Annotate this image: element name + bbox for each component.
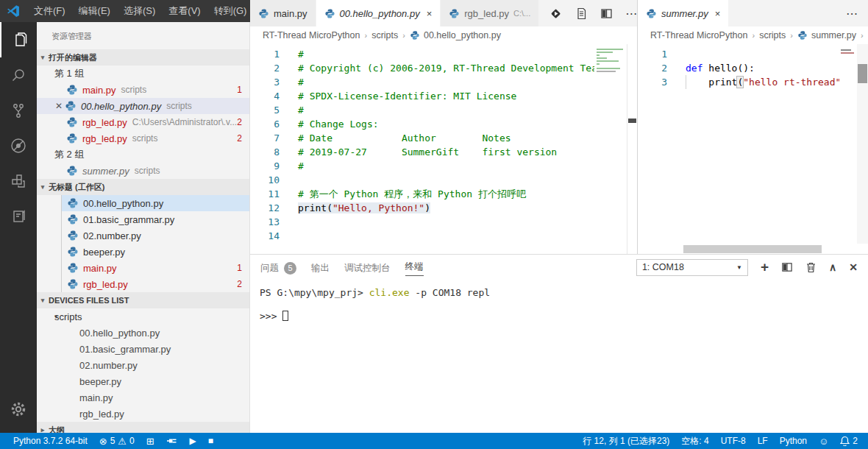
device-file[interactable]: beeper.py [37,373,249,389]
eol-status[interactable]: LF [752,436,774,446]
build-report-icon[interactable] [575,7,588,20]
vscode-logo-icon [7,4,20,18]
tab-hello-python-py[interactable]: 00.hello_python.py × [316,0,441,26]
run-download-icon[interactable] [549,7,563,21]
open-editor-item-rgb1[interactable]: rgb_led.py C:\Users\Administrator\.v... … [37,114,249,130]
python-file-icon [66,116,78,128]
editor-content-right[interactable]: 1 2def hello(): 3 print("hello rt-thread… [638,44,868,254]
devices-folder-scripts[interactable]: ▾ scripts [37,308,249,325]
breadcrumb-item[interactable]: scripts [759,30,786,40]
cursor-position-status[interactable]: 行 12, 列 1 (已选择23) [569,435,675,448]
open-editor-item-main[interactable]: main.py scripts 1 [37,82,249,98]
outline-section-header[interactable]: ▸ 大纲 [37,422,249,433]
breadcrumb-item[interactable]: RT-Thread MicroPython [650,30,747,40]
breadcrumb-item[interactable]: scripts [371,30,398,40]
workspace-file[interactable]: 00.hello_python.py [62,195,249,211]
editor-group-label: 第 2 组 [37,146,249,163]
tab-main-py[interactable]: main.py [250,0,316,26]
vertical-scrollbar[interactable] [857,44,868,244]
workspace-file[interactable]: 02.number.py [62,227,249,244]
indentation-status[interactable]: 空格: 4 [675,435,714,448]
tab-output[interactable]: 输出 [311,261,330,275]
scrollbar-thumb[interactable] [858,64,867,83]
rt-thread-files-icon[interactable] [0,199,37,234]
feedback-button[interactable]: ☺ [813,436,834,447]
workspace-file[interactable]: 01.basic_grammar.py [62,211,249,227]
python-interpreter-status[interactable]: Python 3.7.2 64-bit [0,436,93,446]
encoding-status[interactable]: UTF-8 [715,436,752,446]
file-name: 01.basic_grammar.py [83,214,174,225]
maximize-panel-icon[interactable]: ∧ [829,261,836,273]
board-download-button[interactable]: ⊞ [140,436,160,447]
breadcrumb-item[interactable]: RT-Thread MicroPython [263,30,360,40]
tab-summer-py[interactable]: summer.py × [638,0,729,26]
search-icon[interactable] [0,57,37,93]
more-actions-icon[interactable]: ⋯ [846,7,858,21]
error-badge: 1 [237,85,242,95]
workspace-file[interactable]: main.py 1 [62,260,249,276]
workspace-file[interactable]: beeper.py [62,244,249,260]
error-badge: 2 [237,117,242,127]
language-mode-status[interactable]: Python [774,436,813,446]
menu-view[interactable]: 查看(V) [162,0,207,22]
terminal-select[interactable]: 1: COM18 ▼ [636,259,748,276]
device-file[interactable]: rgb_led.py [37,406,249,422]
editor-group-right: summer.py × ⋯ RT-Thread MicroPython › sc… [637,0,868,254]
problems-status[interactable]: ⊗5 ⚠0 [93,436,140,447]
more-actions-icon[interactable]: ⋯ [625,7,638,21]
horizontal-scrollbar[interactable] [638,244,857,254]
run-button[interactable]: ▶ [184,436,202,446]
breadcrumb-item[interactable]: 00.hello_python.py [424,30,501,40]
indent-guide [686,75,686,89]
device-file[interactable]: 02.number.py [37,357,249,373]
device-file[interactable]: main.py [37,389,249,406]
scrollbar-thumb[interactable] [683,245,822,253]
tab-close-icon[interactable]: × [427,8,433,19]
minimap[interactable] [594,44,627,254]
tab-label: main.py [274,8,307,19]
notifications-button[interactable]: 2 [834,436,868,446]
workspace-file[interactable]: rgb_led.py 2 [62,276,249,292]
debug-icon[interactable] [0,128,37,163]
split-editor-icon[interactable] [600,7,613,20]
menu-selection[interactable]: 选择(S) [117,0,162,22]
overview-ruler[interactable] [627,44,637,254]
minimap[interactable] [839,44,857,244]
source-control-icon[interactable] [0,93,37,128]
python-file-icon [67,213,79,225]
tab-close-icon[interactable]: × [715,8,721,19]
editor-content-left[interactable]: 1# 2# Copyright (c) 2006-2019, RT-Thread… [250,44,637,254]
tab-debug-console[interactable]: 调试控制台 [344,261,391,275]
kill-terminal-trash-icon[interactable] [805,261,817,273]
device-file[interactable]: 00.hello_python.py [37,325,249,341]
sidebar-title: 资源管理器 [37,22,249,49]
close-panel-icon[interactable]: ✕ [849,261,858,273]
tab-problems[interactable]: 问题 5 [260,261,296,275]
new-terminal-icon[interactable]: + [761,262,769,272]
tab-terminal[interactable]: 终端 [405,259,424,276]
tab-rgb-led-py[interactable]: rgb_led.py C:\... [441,0,539,26]
bottom-panel: 问题 5 输出 调试控制台 终端 1: COM18 ▼ + ∧ ✕ PS G:\… [250,254,868,433]
stop-button[interactable]: ■ [202,436,219,446]
open-editor-item-rgb2[interactable]: rgb_led.py scripts 2 [37,130,249,146]
devices-section-header[interactable]: ▾ DEVICES FILES LIST [37,292,249,308]
open-editors-header[interactable]: ▾ 打开的编辑器 [37,49,249,66]
close-editor-icon[interactable]: ✕ [53,101,65,111]
terminal-output[interactable]: PS G:\mpy\mpy_prj> cli.exe -p COM18 repl… [250,280,868,322]
open-editor-item-summer[interactable]: summer.py scripts [37,163,249,179]
open-editor-item-hello[interactable]: ✕ 00.hello_python.py scripts [37,98,249,114]
split-terminal-icon[interactable] [781,261,793,273]
vscode-window: 文件(F) 编辑(E) 选择(S) 查看(V) 转到(G) 调试(D) 终端(T… [0,0,868,449]
device-connect-button[interactable] [160,436,184,445]
breadcrumb: RT-Thread MicroPython › scripts › summer… [638,26,868,44]
workspace-section-header[interactable]: ▾ 无标题 (工作区) [37,179,249,195]
settings-gear-icon[interactable] [0,392,37,427]
menu-edit[interactable]: 编辑(E) [72,0,117,22]
breadcrumb-item[interactable]: summer.py [811,30,856,40]
menu-go[interactable]: 转到(G) [207,0,254,22]
terminal-cursor [282,311,288,321]
menu-file[interactable]: 文件(F) [27,0,72,22]
device-file[interactable]: 01.basic_grammar.py [37,341,249,357]
extensions-icon[interactable] [0,163,37,199]
explorer-icon[interactable] [0,22,37,57]
